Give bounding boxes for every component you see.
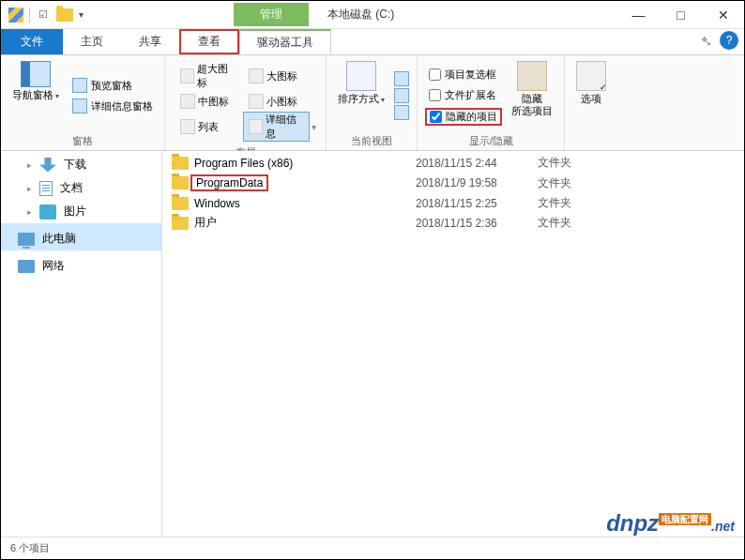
qat-folder-icon[interactable] xyxy=(56,8,73,22)
details-pane-icon xyxy=(72,98,87,114)
layout-xl-icons[interactable]: 超大图标 xyxy=(175,61,241,91)
layout-icon xyxy=(180,68,194,83)
file-list: Program Files (x86)2018/11/15 2:44文件夹Pro… xyxy=(162,151,744,537)
sort-icon xyxy=(346,61,376,91)
group-label-current-view: 当前视图 xyxy=(334,132,409,148)
preview-pane-icon xyxy=(72,78,87,93)
content-area: ▸下载 ▸文档 ▸图片 此电脑 网络 Program Files (x86)20… xyxy=(1,151,744,537)
watermark: dnpz电脑配置网.net xyxy=(606,510,735,537)
ribbon-group-show-hide: 项目复选框 文件扩展名 隐藏的项目 隐藏所选项目 显示/隐藏 xyxy=(418,55,565,150)
layout-more-icon[interactable]: ▾ xyxy=(312,122,316,132)
ribbon-tabs: 文件 主页 共享 查看 驱动器工具 ➴ ? xyxy=(1,29,744,55)
statusbar: 6 个项目 xyxy=(1,537,744,559)
downloads-icon xyxy=(39,158,56,173)
nav-pane-icon xyxy=(21,61,51,87)
pc-icon xyxy=(18,233,35,246)
file-row[interactable]: 用户2018/11/15 2:36文件夹 xyxy=(162,213,744,233)
layout-sm-icons[interactable]: 小图标 xyxy=(243,93,310,110)
file-date: 2018/11/15 2:44 xyxy=(416,157,538,170)
layout-md-icons[interactable]: 中图标 xyxy=(175,93,241,110)
ribbon-group-options: ✓ 选项 xyxy=(565,55,617,150)
file-date: 2018/11/15 2:25 xyxy=(416,197,538,210)
sidebar-item-documents[interactable]: ▸文档 xyxy=(1,176,161,200)
file-row[interactable]: Program Files (x86)2018/11/15 2:44文件夹 xyxy=(162,153,744,173)
layout-list[interactable]: 列表 xyxy=(175,112,241,142)
folder-icon xyxy=(172,176,189,189)
item-checkboxes-toggle[interactable]: 项目复选框 xyxy=(425,67,502,83)
preview-pane-button[interactable]: 预览窗格 xyxy=(68,76,157,95)
layout-icon xyxy=(249,119,263,134)
sidebar-item-downloads[interactable]: ▸下载 xyxy=(1,153,161,176)
layout-icon xyxy=(180,94,195,109)
close-button[interactable]: ✕ xyxy=(702,1,744,29)
layout-icon xyxy=(249,68,264,83)
layout-icon xyxy=(249,94,264,109)
pictures-icon xyxy=(39,204,56,219)
maximize-button[interactable]: □ xyxy=(660,1,702,29)
hide-icon xyxy=(517,61,547,91)
folder-icon xyxy=(172,157,189,170)
add-columns-icon[interactable] xyxy=(394,88,409,103)
ribbon-group-layout: 超大图标 大图标 中图标 小图标 列表 详细信息 ▾ 布局 xyxy=(165,55,327,150)
folder-icon xyxy=(172,217,189,230)
ribbon-group-current-view: 排序方式 ▾ 当前视图 xyxy=(327,55,418,150)
navigation-pane: ▸下载 ▸文档 ▸图片 此电脑 网络 xyxy=(1,151,162,537)
nav-pane-button[interactable]: 导航窗格 ▾ xyxy=(8,59,63,132)
pin-ribbon-icon[interactable]: ➴ xyxy=(700,32,712,50)
file-type: 文件夹 xyxy=(538,195,571,211)
tab-home[interactable]: 主页 xyxy=(63,29,121,54)
options-icon: ✓ xyxy=(576,61,606,91)
network-icon xyxy=(18,260,35,273)
file-date: 2018/11/9 19:58 xyxy=(416,176,538,189)
app-icon xyxy=(8,8,23,23)
sort-by-button[interactable]: 排序方式 ▾ xyxy=(334,59,388,132)
window-controls: — □ ✕ xyxy=(617,1,744,29)
tab-file[interactable]: 文件 xyxy=(1,29,63,54)
file-row[interactable]: ProgramData2018/11/9 19:58文件夹 xyxy=(162,173,744,193)
file-name: 用户 xyxy=(194,215,217,231)
sidebar-item-network[interactable]: 网络 xyxy=(1,250,161,278)
help-button[interactable]: ? xyxy=(720,31,738,50)
group-label-show-hide: 显示/隐藏 xyxy=(425,132,556,148)
ribbon: 导航窗格 ▾ 预览窗格 详细信息窗格 窗格 超大图标 大图标 中图标 小图标 列… xyxy=(1,55,744,151)
documents-icon xyxy=(39,181,53,196)
hidden-items-toggle[interactable]: 隐藏的项目 xyxy=(425,108,502,126)
quick-access-toolbar: ☑ ▾ xyxy=(1,8,84,23)
file-type: 文件夹 xyxy=(538,175,571,191)
options-button[interactable]: ✓ 选项 xyxy=(572,59,610,135)
tab-drive-tools[interactable]: 驱动器工具 xyxy=(239,29,331,54)
file-name: Program Files (x86) xyxy=(194,157,293,170)
file-type: 文件夹 xyxy=(538,155,571,171)
tab-view[interactable]: 查看 xyxy=(179,29,239,54)
file-date: 2018/11/15 2:36 xyxy=(416,217,538,230)
sidebar-item-this-pc[interactable]: 此电脑 xyxy=(1,223,161,250)
size-columns-icon[interactable] xyxy=(394,105,409,120)
tab-share[interactable]: 共享 xyxy=(121,29,179,54)
item-count: 6 个项目 xyxy=(10,541,50,555)
ribbon-group-panes: 导航窗格 ▾ 预览窗格 详细信息窗格 窗格 xyxy=(1,55,165,150)
file-type: 文件夹 xyxy=(538,215,571,231)
window-title: 本地磁盘 (C:) xyxy=(327,7,394,23)
layout-icon xyxy=(180,119,195,134)
folder-icon xyxy=(172,197,189,210)
file-extensions-toggle[interactable]: 文件扩展名 xyxy=(425,87,502,103)
file-name: ProgramData xyxy=(190,174,268,191)
qat-check-icon[interactable]: ☑ xyxy=(36,8,51,23)
layout-details[interactable]: 详细信息 xyxy=(243,112,310,142)
layout-lg-icons[interactable]: 大图标 xyxy=(243,61,310,91)
titlebar: ☑ ▾ 管理 本地磁盘 (C:) — □ ✕ xyxy=(1,1,744,29)
hide-selected-button[interactable]: 隐藏所选项目 xyxy=(508,59,556,132)
details-pane-button[interactable]: 详细信息窗格 xyxy=(68,97,157,115)
sidebar-item-pictures[interactable]: ▸图片 xyxy=(1,200,161,223)
group-by-icon[interactable] xyxy=(394,71,409,86)
group-label-panes: 窗格 xyxy=(8,132,157,148)
file-row[interactable]: Windows2018/11/15 2:25文件夹 xyxy=(162,193,744,213)
file-name: Windows xyxy=(194,197,240,210)
minimize-button[interactable]: — xyxy=(617,1,660,29)
qat-dropdown-icon[interactable]: ▾ xyxy=(79,9,84,20)
contextual-tab-label: 管理 xyxy=(234,3,309,26)
